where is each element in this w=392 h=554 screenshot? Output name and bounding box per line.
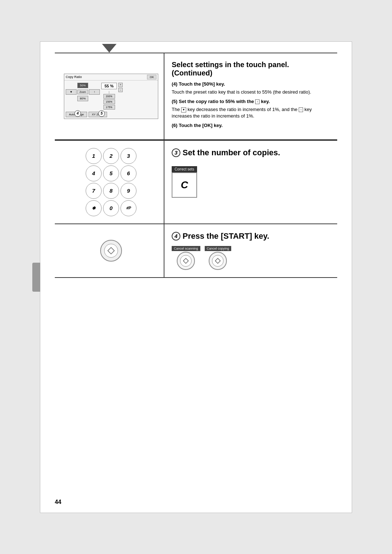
key-9[interactable]: 9	[121, 183, 136, 199]
step-4-text: Touch the preset ratio key that is close…	[172, 89, 330, 95]
down-key-icon: ▼	[181, 107, 186, 112]
section-1-title: Select settings in the touch panel. (Con…	[172, 61, 330, 77]
panel-left-col: 50% ▼ Zoom ↑ 80%	[66, 83, 100, 110]
btn-zoom[interactable]: Zoom	[77, 90, 88, 94]
start-button-inner	[104, 244, 118, 258]
cancel-buttons-area: Cancel scanning Cancel copying	[172, 246, 330, 270]
btn-50pct[interactable]: 50%	[77, 83, 88, 88]
correct-sets-key[interactable]: C	[172, 172, 197, 198]
btn-down[interactable]: ▼	[66, 89, 77, 95]
section-4-title: Press the [START] key.	[183, 231, 269, 241]
step-6-item: (6) Touch the [OK] key.	[172, 122, 330, 129]
keypad: 1 2 3 4 5 6 7 8 9 ✱ 0 ♯/P	[86, 148, 136, 216]
section-3-title: Set the number of copies.	[183, 148, 280, 157]
step-4-label: (4) Touch the [50%] key.	[172, 81, 225, 87]
correct-sets-area: Correct sets C	[172, 166, 330, 198]
step-5-key-icon: ↑	[255, 99, 260, 104]
step-6-label: (6) Touch the [OK] key.	[172, 123, 222, 128]
start-btn-area	[100, 240, 122, 262]
key-6[interactable]: 6	[121, 165, 136, 181]
btn-plus[interactable]: +	[118, 83, 123, 87]
cancel-copying-icon	[215, 258, 221, 264]
up-key-icon: ↑	[299, 107, 303, 112]
key-sharp-p[interactable]: ♯/P	[121, 200, 136, 216]
step-4-item: (4) Touch the [50%] key. Touch the prese…	[172, 81, 330, 95]
step-5-label: (5) Set the copy ratio to 55% with the ↑…	[172, 99, 270, 104]
cancel-copying-inner	[212, 255, 224, 267]
key-2[interactable]: 2	[103, 148, 119, 164]
key-star[interactable]: ✱	[86, 200, 102, 216]
svg-marker-2	[215, 258, 220, 263]
label-4-circle: 4	[74, 110, 81, 117]
panel-center: 55 % | 200% 150% 175%	[101, 83, 117, 110]
left-tab	[32, 263, 40, 292]
btn-up-arrow[interactable]: ↑	[89, 89, 100, 95]
key-4[interactable]: 4	[86, 165, 102, 181]
panel-ok-btn[interactable]: OK	[147, 75, 156, 79]
cancel-scanning-label: Cancel scanning	[172, 246, 200, 251]
start-button[interactable]	[100, 240, 122, 262]
key-8[interactable]: 8	[103, 183, 119, 199]
btn-175pct[interactable]: 175%	[103, 105, 115, 110]
section-select-settings: Copy Ratio OK 50% ▼ Zoom ↑ 80%	[55, 53, 337, 140]
step-5-text: The ▼ key decreases the ratio in increme…	[172, 106, 330, 119]
label-5-circle: 5	[98, 110, 105, 117]
section-4-right: 4 Press the [START] key. Cancel scanning	[164, 224, 337, 277]
ratio-display: 55 %	[101, 83, 117, 89]
cancel-scanning-inner	[180, 255, 192, 267]
btn-150pct[interactable]: 150%	[103, 99, 115, 104]
btn-200pct[interactable]: 200%	[103, 94, 115, 99]
svg-marker-0	[108, 247, 114, 254]
page-number: 44	[55, 499, 61, 505]
section-4-left	[55, 224, 164, 277]
start-icon	[107, 247, 115, 255]
section-press-start: 4 Press the [START] key. Cancel scanning	[55, 224, 337, 278]
cancel-copying-label: Cancel copying	[205, 246, 232, 251]
cancel-copying-btn[interactable]	[209, 252, 227, 270]
arrow-down-indicator	[102, 44, 117, 53]
cancel-scanning-group: Cancel scanning	[172, 246, 200, 270]
correct-sets-label: Correct sets	[172, 166, 197, 172]
section-3-left: 1 2 3 4 5 6 7 8 9 ✱ 0 ♯/P	[55, 141, 164, 223]
cancel-copying-group: Cancel copying	[205, 246, 232, 270]
step-5-item: (5) Set the copy ratio to 55% with the ↑…	[172, 98, 330, 120]
panel-illustration-area: Copy Ratio OK 50% ▼ Zoom ↑ 80%	[55, 53, 164, 139]
section-3-right: 3 Set the number of copies. Correct sets…	[164, 141, 337, 223]
panel-title: Copy Ratio	[66, 75, 82, 79]
panel-side-btns: + -	[118, 83, 123, 110]
panel-top-bar: Copy Ratio OK	[64, 74, 158, 81]
zoom-controls: 200% 150% 175%	[103, 94, 115, 110]
key-0[interactable]: 0	[103, 200, 119, 216]
btn-minus[interactable]: -	[118, 88, 123, 92]
panel-body: 50% ▼ Zoom ↑ 80% 55 % |	[64, 81, 158, 112]
section-1-right: Select settings in the touch panel. (Con…	[164, 53, 337, 139]
ratio-separator: |	[109, 91, 110, 93]
step-4-circle: 4	[172, 232, 180, 241]
cancel-scanning-btn[interactable]	[177, 252, 195, 270]
section-3-title-area: 3 Set the number of copies.	[172, 148, 330, 157]
key-5[interactable]: 5	[103, 165, 119, 181]
key-1[interactable]: 1	[86, 148, 102, 164]
key-3[interactable]: 3	[121, 148, 136, 164]
section-set-copies: 1 2 3 4 5 6 7 8 9 ✱ 0 ♯/P 3 Set the numb…	[55, 140, 337, 224]
cancel-scanning-icon	[183, 258, 189, 264]
btn-80pct[interactable]: 80%	[77, 96, 88, 101]
section-4-title-area: 4 Press the [START] key.	[172, 231, 330, 241]
key-7[interactable]: 7	[86, 183, 102, 199]
step-3-circle: 3	[172, 148, 180, 157]
page: Copy Ratio OK 50% ▼ Zoom ↑ 80%	[40, 41, 352, 513]
svg-marker-1	[183, 258, 188, 263]
